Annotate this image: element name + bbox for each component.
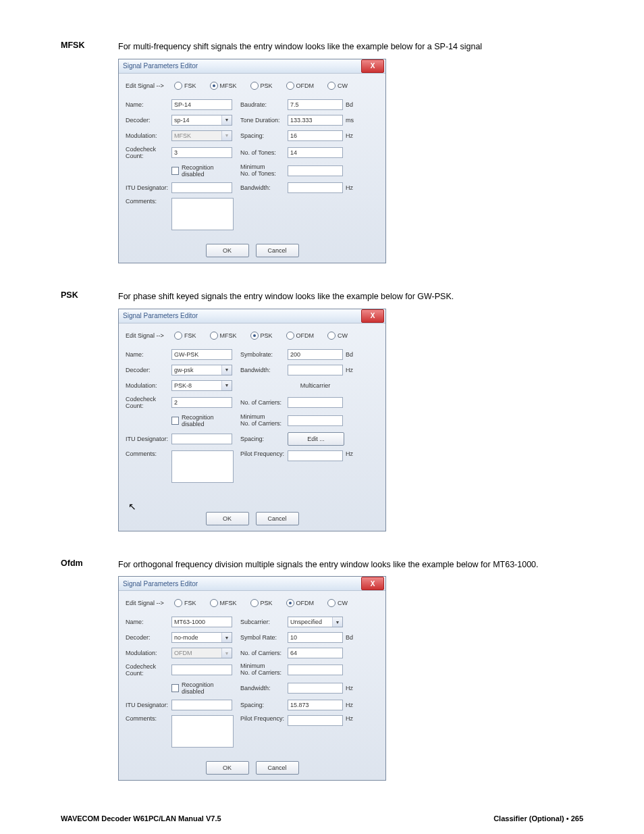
recognition-checkbox[interactable]: Recognition disabled	[171, 164, 232, 178]
dialog-title: Signal Parameters Editor	[123, 312, 198, 319]
name-input[interactable]: SP-14	[171, 99, 232, 110]
radio-psk[interactable]: PSK	[250, 332, 273, 340]
symbol-rate-input[interactable]: 10	[288, 632, 343, 643]
close-button[interactable]: X	[361, 59, 384, 73]
radio-cw[interactable]: CW	[327, 82, 348, 90]
comments-label: Comments:	[126, 450, 171, 457]
unit-bd: Bd	[343, 634, 359, 641]
radio-fsk[interactable]: FSK	[174, 332, 196, 340]
codecheck-input[interactable]	[171, 664, 232, 675]
itu-input[interactable]	[171, 700, 232, 710]
section-mfsk: MFSK For multi-frequency shift signals t…	[61, 41, 583, 263]
no-carriers-input[interactable]: 64	[288, 648, 343, 658]
unit-bd: Bd	[343, 101, 359, 108]
bandwidth-label: Bandwidth:	[240, 685, 288, 692]
cancel-button[interactable]: Cancel	[256, 512, 299, 525]
bandwidth-input[interactable]	[288, 182, 343, 193]
unit-hz: Hz	[343, 450, 359, 457]
modulation-combo: MFSK▼	[171, 130, 232, 141]
radio-cw[interactable]: CW	[327, 599, 348, 607]
radio-fsk[interactable]: FSK	[174, 82, 196, 90]
radio-mfsk[interactable]: MFSK	[210, 82, 237, 90]
radio-mfsk[interactable]: MFSK	[210, 599, 237, 607]
unit-ms: ms	[343, 117, 359, 124]
subcarrier-label: Subcarrier:	[240, 619, 288, 625]
ok-button[interactable]: OK	[206, 761, 249, 775]
comments-input[interactable]	[171, 198, 234, 230]
ofdm-dialog: Signal Parameters Editor X Edit Signal -…	[118, 576, 386, 781]
min-carriers-input[interactable]	[288, 415, 343, 426]
recognition-checkbox[interactable]: Recognition disabled	[171, 681, 232, 695]
ok-button[interactable]: OK	[206, 512, 249, 525]
footer-left: WAVECOM Decoder W61PC/LAN Manual V7.5	[61, 814, 221, 823]
baudrate-input[interactable]: 7.5	[288, 99, 343, 110]
codecheck-input[interactable]: 2	[171, 397, 232, 408]
close-button[interactable]: X	[361, 309, 384, 323]
unit-hz: Hz	[343, 132, 359, 139]
chevron-down-icon: ▼	[221, 131, 232, 140]
radio-psk[interactable]: PSK	[250, 599, 273, 607]
recognition-checkbox[interactable]: Recognition disabled	[171, 414, 232, 427]
pilot-label: Pilot Frequency:	[240, 450, 288, 457]
codecheck-label: Codecheck Count:	[126, 146, 171, 159]
chevron-down-icon: ▼	[221, 365, 232, 375]
codecheck-input[interactable]: 3	[171, 147, 232, 158]
mfsk-text: For multi-frequency shift signals the en…	[118, 41, 583, 53]
chevron-down-icon: ▼	[221, 381, 232, 390]
bandwidth-input[interactable]	[288, 683, 343, 694]
radio-ofdm[interactable]: OFDM	[286, 332, 315, 340]
spacing-input[interactable]: 16	[288, 130, 343, 141]
chevron-down-icon: ▼	[221, 633, 232, 642]
radio-cw[interactable]: CW	[327, 332, 348, 340]
decoder-combo[interactable]: sp-14▼	[171, 115, 232, 126]
psk-dialog: Signal Parameters Editor X Edit Signal -…	[118, 309, 386, 531]
ofdm-text: For orthogonal frequency division multip…	[118, 558, 583, 571]
comments-input[interactable]	[171, 715, 234, 748]
cancel-button[interactable]: Cancel	[256, 244, 299, 257]
name-input[interactable]: GW-PSK	[171, 349, 232, 360]
comments-label: Comments:	[126, 198, 171, 205]
unit-hz: Hz	[343, 715, 359, 722]
pilot-input[interactable]	[288, 715, 343, 726]
no-carriers-label: No. of Carriers:	[240, 650, 288, 656]
bandwidth-input[interactable]	[288, 365, 343, 375]
edit-button[interactable]: Edit ...	[288, 432, 344, 446]
chevron-down-icon: ▼	[332, 617, 342, 627]
cancel-button[interactable]: Cancel	[256, 761, 299, 775]
footer-right: Classifier (Optional) • 265	[493, 814, 583, 823]
no-tones-input[interactable]: 14	[288, 147, 343, 158]
radio-fsk[interactable]: FSK	[174, 599, 196, 607]
name-input[interactable]: MT63-1000	[171, 617, 232, 627]
min-carriers-input[interactable]	[288, 664, 343, 675]
decoder-combo[interactable]: gw-psk▼	[171, 365, 232, 375]
min-tones-label: Minimum No. of Tones:	[240, 164, 288, 178]
unit-hz: Hz	[343, 367, 359, 373]
radio-ofdm[interactable]: OFDM	[286, 599, 315, 607]
edit-signal-label: Edit Signal -->	[126, 82, 171, 89]
pilot-label: Pilot Frequency:	[240, 715, 288, 722]
cursor-icon: ↖	[128, 501, 379, 512]
modulation-combo[interactable]: PSK-8▼	[171, 380, 232, 391]
comments-label: Comments:	[126, 715, 171, 722]
close-button[interactable]: X	[361, 577, 384, 590]
ok-button[interactable]: OK	[206, 244, 249, 257]
itu-input[interactable]	[171, 182, 232, 193]
tone-duration-input[interactable]: 133.333	[288, 115, 343, 126]
bandwidth-label: Bandwidth:	[240, 367, 288, 373]
page-footer: WAVECOM Decoder W61PC/LAN Manual V7.5 Cl…	[61, 814, 583, 823]
min-tones-input[interactable]	[288, 165, 343, 176]
spacing-input[interactable]: 15.873	[288, 700, 343, 710]
radio-psk[interactable]: PSK	[250, 82, 273, 90]
no-carriers-input[interactable]	[288, 397, 343, 408]
subcarrier-combo[interactable]: Unspecified▼	[288, 617, 343, 627]
radio-ofdm[interactable]: OFDM	[286, 82, 315, 90]
radio-mfsk[interactable]: MFSK	[210, 332, 237, 340]
unit-bd: Bd	[343, 351, 359, 358]
comments-input[interactable]	[171, 450, 234, 483]
symbolrate-input[interactable]: 200	[288, 349, 343, 360]
symbolrate-label: Symbolrate:	[240, 351, 288, 358]
psk-text: For phase shift keyed signals the entry …	[118, 290, 583, 303]
pilot-input[interactable]	[288, 450, 343, 461]
decoder-combo[interactable]: no-mode▼	[171, 632, 232, 643]
itu-input[interactable]	[171, 434, 232, 444]
